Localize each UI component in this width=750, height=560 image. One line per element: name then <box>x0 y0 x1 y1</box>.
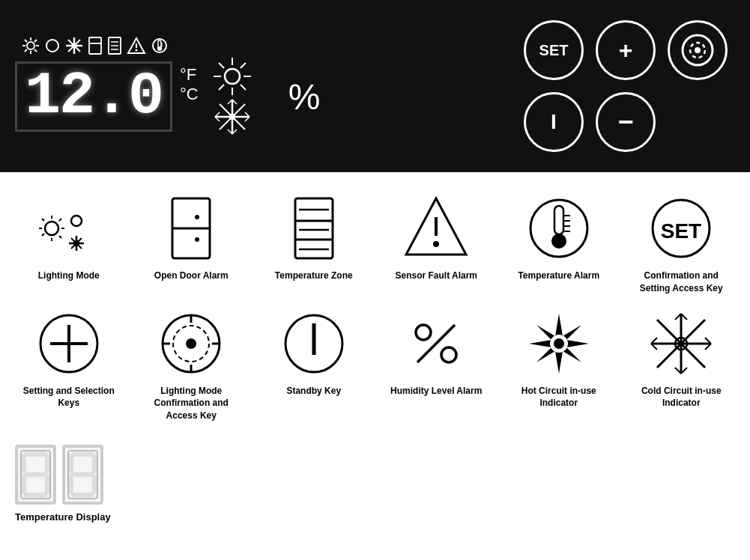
svg-point-43 <box>229 114 235 120</box>
lighting-mode-label: Lighting Mode <box>38 270 100 282</box>
svg-line-8 <box>25 49 27 52</box>
minus-button[interactable]: − <box>596 92 656 152</box>
humidity-level-alarm-label: Humidity Level Alarm <box>390 385 482 398</box>
open-door-alarm-label: Open Door Alarm <box>154 270 229 282</box>
svg-rect-128 <box>22 454 26 473</box>
temperature-value: 12.0 <box>15 61 172 132</box>
control-buttons-area: SET + I − <box>524 20 728 152</box>
lines-icon <box>108 37 121 55</box>
svg-rect-133 <box>71 452 94 457</box>
svg-line-35 <box>219 63 224 68</box>
warning-icon <box>127 37 145 54</box>
svg-rect-125 <box>24 452 47 457</box>
confirmation-setting-key-item: SET Confirmation and Setting Access Key <box>620 187 743 302</box>
svg-line-38 <box>219 85 224 90</box>
rotate-button[interactable] <box>668 20 728 80</box>
svg-point-104 <box>416 325 431 340</box>
svg-point-85 <box>551 234 566 249</box>
svg-point-23 <box>136 49 138 52</box>
svg-rect-134 <box>71 472 94 477</box>
temperature-alarm-icon <box>525 195 593 262</box>
svg-point-72 <box>195 215 199 219</box>
svg-line-61 <box>59 236 61 238</box>
svg-point-0 <box>27 42 34 49</box>
humidity-level-alarm-item: Humidity Level Alarm <box>375 302 498 430</box>
svg-line-6 <box>34 49 37 52</box>
hot-circuit-label: Hot Circuit in-use Indicator <box>510 385 608 410</box>
svg-rect-84 <box>554 206 563 234</box>
humidity-percent: % <box>288 76 321 118</box>
svg-point-105 <box>441 347 456 362</box>
large-snowflake-icon <box>214 98 251 136</box>
open-door-alarm-icon <box>157 195 225 262</box>
svg-rect-15 <box>89 37 101 54</box>
standby-key-item: Standby Key <box>252 302 375 430</box>
svg-rect-131 <box>45 475 49 494</box>
svg-point-14 <box>72 43 76 48</box>
svg-rect-126 <box>24 472 47 477</box>
standby-key-icon <box>280 310 348 377</box>
seg-digit-2 <box>62 445 103 505</box>
plus-button[interactable]: + <box>596 20 656 80</box>
snowflake-area <box>214 58 251 136</box>
hot-circuit-item: Hot Circuit in-use Indicator <box>498 302 620 430</box>
display-area: 12.0 °F°C % <box>15 37 524 136</box>
open-door-alarm-item: Open Door Alarm <box>130 187 253 302</box>
setting-selection-keys-icon <box>35 310 103 377</box>
set-button[interactable]: SET <box>524 20 584 80</box>
svg-rect-139 <box>92 475 97 494</box>
circle-icon <box>45 38 60 53</box>
cold-circuit-label: Cold Circuit in-use Indicator <box>632 385 730 410</box>
svg-text:SET: SET <box>661 219 701 243</box>
svg-line-37 <box>241 63 246 68</box>
cold-circuit-item: Cold Circuit in-use Indicator <box>620 302 743 430</box>
svg-rect-129 <box>45 454 49 473</box>
fridge-icon <box>88 37 102 55</box>
seg-digit-1 <box>15 445 56 505</box>
power-button[interactable]: I <box>524 92 584 152</box>
svg-rect-135 <box>71 493 94 497</box>
svg-line-106 <box>417 325 455 362</box>
temp-display-row: 12.0 °F°C % <box>15 58 524 136</box>
segment-display <box>15 445 103 505</box>
svg-point-73 <box>195 237 199 242</box>
confirmation-setting-key-icon: SET <box>647 195 715 262</box>
cold-circuit-icon <box>647 310 715 377</box>
sensor-fault-alarm-item: Sensor Fault Alarm <box>375 187 498 302</box>
svg-line-60 <box>42 219 44 221</box>
confirmation-setting-key-label: Confirmation and Setting Access Key <box>632 270 730 295</box>
lighting-mode-icon <box>35 195 103 262</box>
lighting-mode-confirm-label: Lighting Mode Confirmation and Access Ke… <box>142 385 240 422</box>
temperature-alarm-label: Temperature Alarm <box>518 270 599 282</box>
temperature-display-label: Temperature Display <box>15 511 111 524</box>
lighting-mode-confirm-item: Lighting Mode Confirmation and Access Ke… <box>130 302 253 430</box>
snowflake-icon <box>66 37 82 54</box>
svg-line-7 <box>34 40 37 42</box>
sensor-fault-alarm-label: Sensor Fault Alarm <box>395 270 477 282</box>
humidity-level-alarm-icon <box>402 310 470 377</box>
svg-line-36 <box>241 85 246 90</box>
svg-point-69 <box>73 240 79 246</box>
empty-button <box>668 92 728 152</box>
temperature-alarm-item: Temperature Alarm <box>498 187 620 302</box>
svg-point-82 <box>433 241 439 247</box>
svg-point-30 <box>225 69 240 84</box>
svg-rect-138 <box>69 475 73 494</box>
svg-point-109 <box>554 338 564 349</box>
hot-circuit-icon <box>525 310 593 377</box>
status-icon-row <box>22 37 524 55</box>
temp-unit: °F°C <box>180 65 199 104</box>
top-panel: 12.0 °F°C % SET + I − <box>0 0 750 172</box>
svg-rect-137 <box>92 454 97 473</box>
svg-line-62 <box>59 219 61 221</box>
lighting-mode-item: Lighting Mode <box>7 187 130 302</box>
svg-point-9 <box>46 40 58 52</box>
temperature-display-section: Temperature Display <box>0 437 750 539</box>
svg-line-5 <box>25 40 27 42</box>
svg-point-97 <box>186 338 196 349</box>
setting-selection-keys-label: Setting and Selection Keys <box>20 385 118 410</box>
standby-key-label: Standby Key <box>286 385 341 398</box>
svg-line-63 <box>42 234 44 236</box>
lighting-mode-confirm-icon <box>157 310 225 377</box>
icon-grid: Lighting Mode Open Door Alarm Temp <box>0 172 750 437</box>
